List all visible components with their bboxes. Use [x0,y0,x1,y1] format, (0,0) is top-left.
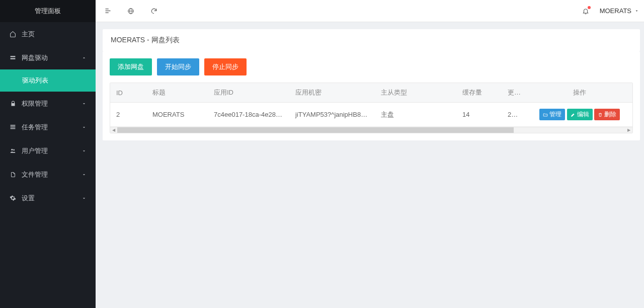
gear-icon [9,194,17,202]
sidebar-item-label: 文件管理 [22,170,48,179]
th-ops: 操作 [527,83,632,103]
user-name: MOERATS [600,7,631,15]
users-icon [9,147,17,155]
cell-id: 2 [110,103,146,127]
svg-rect-3 [11,126,16,127]
add-disk-button[interactable]: 添加网盘 [110,58,152,75]
topbar: MOERATS [96,0,644,22]
sidebar-item-label: 设置 [22,194,35,203]
user-menu[interactable]: MOERATS [600,7,639,15]
sidebar-item-settings[interactable]: 设置 [0,186,96,210]
sidebar-item-users[interactable]: 用户管理 [0,139,96,163]
svg-rect-2 [11,125,16,126]
table-row: 2 MOERATS 7c4ee017-18ca-4e28-8... jiTYAM… [110,103,632,127]
sidebar-item-tasks[interactable]: 任务管理 [0,115,96,139]
drive-icon [9,54,17,61]
drive-table: ID 标题 应用ID 应用机密 主从类型 缓存量 更新时 操作 [110,83,633,133]
chevron-down-icon [82,196,87,201]
sidebar-item-permissions[interactable]: 权限管理 [0,92,96,115]
tasks-icon [9,123,17,131]
svg-rect-4 [11,128,16,129]
cell-update: 2019 [502,103,527,127]
cell-ops: 管理 编辑 删除 [527,103,632,127]
panel: 添加网盘 开始同步 停止同步 ID 标题 应用ID 应用机密 [103,51,640,140]
th-secret[interactable]: 应用机密 [289,83,375,103]
horizontal-scrollbar[interactable]: ◀ ▶ [110,127,632,133]
scroll-left-icon[interactable]: ◀ [110,127,117,133]
cell-type: 主盘 [375,103,456,127]
chevron-down-icon [82,148,87,153]
sidebar: 管理面板 主页 网盘驱动 驱动列表 [0,0,96,308]
svg-rect-0 [11,56,16,57]
delete-button[interactable]: 删除 [594,109,620,120]
trash-icon [598,112,603,117]
caret-down-icon [634,9,639,13]
chevron-down-icon [82,101,87,106]
sidebar-item-home[interactable]: 主页 [0,22,96,46]
svg-rect-1 [11,58,16,59]
th-title[interactable]: 标题 [146,83,208,103]
sidebar-item-files[interactable]: 文件管理 [0,163,96,186]
files-icon [9,171,17,178]
cell-cache: 14 [456,103,502,127]
start-sync-button[interactable]: 开始同步 [157,58,199,75]
chevron-up-icon [82,55,87,60]
sidebar-title: 管理面板 [0,0,96,22]
notification-dot [588,6,591,9]
scroll-right-icon[interactable]: ▶ [625,127,632,133]
stop-sync-button[interactable]: 停止同步 [204,58,247,75]
page-title: MOERATS - 网盘列表 [103,29,640,51]
folder-out-icon [543,112,548,117]
refresh-button[interactable] [150,7,158,15]
notifications-button[interactable] [582,7,590,15]
lock-icon [9,100,17,107]
sidebar-item-drive[interactable]: 网盘驱动 [0,46,96,69]
sidebar-item-label: 主页 [22,30,35,39]
home-icon [9,30,17,38]
sidebar-item-label: 任务管理 [22,123,48,132]
cell-appid: 7c4ee017-18ca-4e28-8... [208,103,289,127]
cell-secret: jiTYAMP53?^janipHB86... [289,103,375,127]
menu-toggle-button[interactable] [104,7,112,15]
sidebar-item-label: 网盘驱动 [22,53,48,62]
th-type[interactable]: 主从类型 [375,83,456,103]
globe-button[interactable] [127,7,135,15]
manage-button[interactable]: 管理 [539,109,565,120]
sidebar-item-label: 驱动列表 [22,76,48,85]
chevron-down-icon [82,172,87,177]
sidebar-item-label: 权限管理 [22,99,48,108]
th-id[interactable]: ID [110,83,146,103]
svg-point-5 [11,149,13,150]
th-appid[interactable]: 应用ID [208,83,289,103]
chevron-down-icon [82,125,87,130]
svg-point-6 [13,149,15,151]
cell-title: MOERATS [146,103,208,127]
pencil-icon [571,112,576,117]
sidebar-item-label: 用户管理 [22,146,48,156]
edit-button[interactable]: 编辑 [567,109,593,120]
th-update[interactable]: 更新时 [502,83,527,103]
sidebar-item-drive-list[interactable]: 驱动列表 [0,69,96,92]
scrollbar-thumb[interactable] [117,127,514,133]
th-cache[interactable]: 缓存量 [456,83,502,103]
